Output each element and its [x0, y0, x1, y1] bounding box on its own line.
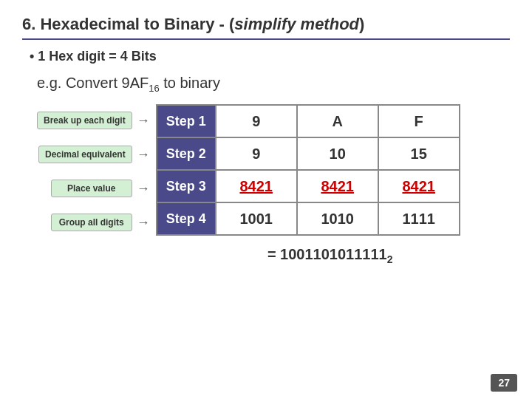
step3-col2: 8421 — [297, 170, 378, 202]
conversion-table: Step 1 9 A F Step 2 9 10 15 Step 3 8421 … — [156, 104, 460, 236]
title-section: 6. Hexadecimal to Binary - (simplify met… — [22, 15, 510, 40]
step-2-label: Step 2 — [157, 137, 216, 170]
table-row-2: Step 2 9 10 15 — [157, 137, 460, 170]
table-row-1: Step 1 9 A F — [157, 105, 460, 137]
label-cell-3: Place value → — [37, 172, 150, 205]
page-title: 6. Hexadecimal to Binary - (simplify met… — [22, 15, 510, 34]
arrow-3: → — [137, 181, 150, 197]
step1-col3: F — [378, 105, 460, 137]
step3-col1: 8421 — [216, 170, 297, 202]
step1-col2: A — [297, 105, 378, 137]
result-line: = 10011010111112 — [200, 246, 460, 265]
label-cell-2: Decimal equivalent → — [37, 138, 150, 171]
bullet-point: • 1 Hex digit = 4 Bits — [30, 49, 510, 64]
step2-col2: 10 — [297, 137, 378, 170]
title-divider — [22, 38, 510, 40]
table-wrapper: Step 1 9 A F Step 2 9 10 15 Step 3 8421 … — [156, 104, 460, 265]
arrow-4: → — [137, 215, 150, 231]
label-cell-4: Group all digits → — [37, 206, 150, 239]
label-decimal: Decimal equivalent — [38, 146, 132, 163]
label-place-value: Place value — [51, 180, 132, 197]
label-break-up: Break up each digit — [37, 112, 132, 129]
step1-col1: 9 — [216, 105, 297, 137]
page: 6. Hexadecimal to Binary - (simplify met… — [0, 0, 532, 399]
example-title: e.g. Convert 9AF16 to binary — [37, 75, 510, 94]
step4-col1: 1001 — [216, 202, 297, 235]
labels-column: Break up each digit → Decimal equivalent… — [37, 104, 150, 240]
step-1-label: Step 1 — [157, 105, 216, 137]
table-row-3: Step 3 8421 8421 8421 — [157, 170, 460, 202]
table-row-4: Step 4 1001 1010 1111 — [157, 202, 460, 235]
label-cell-1: Break up each digit → — [37, 104, 150, 137]
step4-col3: 1111 — [378, 202, 460, 235]
step4-col2: 1010 — [297, 202, 378, 235]
step-3-label: Step 3 — [157, 170, 216, 202]
arrow-1: → — [137, 113, 150, 129]
subscript-16: 16 — [149, 83, 159, 94]
arrow-2: → — [137, 147, 150, 163]
content-area: Break up each digit → Decimal equivalent… — [37, 104, 510, 265]
result-subscript: 2 — [387, 253, 393, 265]
step3-col3: 8421 — [378, 170, 460, 202]
label-group-digits: Group all digits — [51, 214, 132, 231]
step2-col1: 9 — [216, 137, 297, 170]
step-4-label: Step 4 — [157, 202, 216, 235]
page-number: 27 — [491, 374, 517, 392]
step2-col3: 15 — [378, 137, 460, 170]
bullet-text: 1 Hex digit = 4 Bits — [38, 49, 157, 64]
